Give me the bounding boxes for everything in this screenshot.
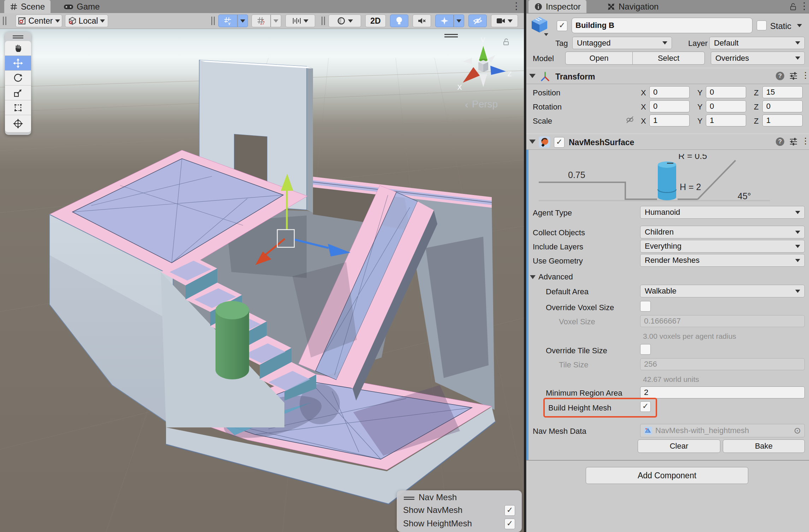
prefab-expand-arrow[interactable] [544,33,548,36]
static-dropdown-arrow[interactable] [797,24,802,27]
tab-game-label: Game [77,2,100,12]
transform-kebab[interactable]: ⋮ [801,71,809,79]
navmeshsurface-presets-icon[interactable] [789,137,798,146]
y-axis-cone[interactable] [479,46,488,60]
tab-scene[interactable]: Scene [4,0,51,13]
navmeshsurface-enabled-checkbox[interactable]: ✓ [554,137,565,148]
2d-toggle[interactable]: 2D [365,14,386,27]
diagram-height-label: H = 2 [680,182,701,192]
toolbar-group-handle-2[interactable] [321,17,326,25]
toolbar-drag-handle[interactable] [3,17,7,25]
inspector-menu-kebab[interactable]: ⋮ [799,1,809,11]
show-heightmesh-checkbox[interactable]: ✓ [504,519,515,529]
advanced-label[interactable]: Advanced [538,272,573,282]
grid-snap-dropdown[interactable] [271,14,281,27]
gameobject-name-field[interactable]: Building B [572,18,752,33]
orientation-button[interactable]: Local [65,14,108,27]
audio-toggle[interactable] [413,14,431,27]
gizmo-lock-icon[interactable] [504,39,508,45]
layer-dropdown[interactable]: Default [709,37,805,49]
gameobject-enabled-checkbox[interactable]: ✓ [557,20,567,31]
build-height-mesh-label: Build Height Mesh [548,403,612,413]
position-y-field[interactable]: 0 [706,86,746,98]
grid-visibility-toggle[interactable]: y [218,14,237,27]
move-tool-button[interactable] [5,56,31,71]
shading-mode-button[interactable] [329,14,361,27]
tab-inspector[interactable]: Inspector [528,0,586,13]
include-layers-label: Include Layers [533,242,583,252]
palette-drag-handle[interactable] [13,35,23,38]
hand-tool-button[interactable] [5,41,31,56]
model-select-button[interactable]: Select [632,52,705,65]
broken-link-icon[interactable] [626,116,634,124]
position-z-field[interactable]: 15 [762,86,803,98]
use-geometry-dropdown[interactable]: Render Meshes [640,254,805,267]
include-layers-dropdown[interactable]: Everything [640,240,805,253]
projection-label[interactable]: Persp [472,99,498,110]
position-x-field[interactable]: 0 [649,86,690,98]
grid-visibility-dropdown[interactable] [237,14,248,27]
minimum-region-area-label: Minimum Region Area [546,389,622,398]
orientation-gizmo[interactable]: y x z ‹ Persp [452,36,519,110]
advanced-foldout[interactable] [530,275,536,279]
override-tile-size-checkbox[interactable] [640,344,651,355]
scale-tool-button[interactable] [5,85,31,100]
navmeshsurface-kebab[interactable]: ⋮ [801,137,809,145]
tab-navigation[interactable]: Navigation [601,0,664,13]
scale-y-field[interactable]: 1 [706,114,746,126]
scene-menu-kebab[interactable]: ⋮ [512,1,521,11]
tag-dropdown[interactable]: Untagged [572,37,672,49]
effects-icon [440,16,449,25]
bake-button[interactable]: Bake [723,439,805,453]
snap-increment-button[interactable] [285,14,315,27]
effects-toggle[interactable] [435,14,454,27]
object-picker-icon[interactable]: ⊙ [794,426,801,435]
visibility-toggle[interactable] [468,14,487,27]
navmesh-asset-icon [644,426,652,435]
build-height-mesh-checkbox[interactable]: ✓ [640,401,651,412]
transform-help-icon[interactable]: ? [776,72,784,80]
show-navmesh-checkbox[interactable]: ✓ [504,505,515,516]
navmeshsurface-foldout[interactable] [529,140,536,144]
camera-button[interactable] [491,14,518,27]
scale-x-field[interactable]: 1 [649,114,690,126]
rotation-x-field[interactable]: 0 [649,100,690,112]
add-component-button[interactable]: Add Component [586,467,748,484]
z-axis-cone[interactable] [490,66,506,75]
rotation-y-field[interactable]: 0 [706,100,746,112]
panel-splitter[interactable] [524,0,526,532]
transform-presets-icon[interactable] [789,72,798,80]
agent-type-dropdown[interactable]: Humanoid [640,206,805,219]
effects-dropdown[interactable] [454,14,464,27]
prefab-cube-icon[interactable] [531,16,548,36]
transform-tool-button[interactable] [5,115,31,132]
rotate-tool-button[interactable] [5,71,31,85]
overrides-dropdown[interactable]: Overrides [711,52,805,65]
collect-objects-dropdown[interactable]: Children [640,226,805,238]
tab-game[interactable]: Game [58,0,105,13]
rotation-z-field[interactable]: 0 [762,100,803,112]
pivot-mode-button[interactable]: Center [16,14,62,27]
model-open-button[interactable]: Open [565,52,633,65]
lighting-toggle[interactable] [390,14,408,27]
nav-mesh-data-field[interactable]: NavMesh-with_heightmesh ⊙ [640,424,805,437]
default-area-dropdown[interactable]: Walkable [640,285,805,297]
transform-tool-icon [13,119,23,129]
minimum-region-area-field[interactable]: 2 [640,386,805,398]
toolbar-group-handle[interactable] [211,17,215,25]
static-checkbox[interactable] [757,20,767,30]
scene-viewport[interactable]: y x z ‹ Persp Nav Mesh Show NavMesh ✓ Sh… [0,29,524,532]
override-voxel-size-checkbox[interactable] [640,301,651,312]
tool-palette [5,32,31,135]
orientation-label: Local [79,16,98,26]
navmeshsurface-help-icon[interactable]: ? [776,137,784,146]
scale-z-field[interactable]: 1 [762,114,803,126]
axis-cones[interactable] [463,46,506,87]
transform-foldout[interactable] [529,74,536,78]
clear-button[interactable]: Clear [638,439,720,453]
navmesh-panel-handle[interactable] [404,497,414,500]
lock-icon[interactable] [790,2,797,11]
x-axis-cone[interactable] [463,67,480,83]
rect-tool-button[interactable] [5,100,31,115]
grid-snap-toggle[interactable] [252,14,271,27]
